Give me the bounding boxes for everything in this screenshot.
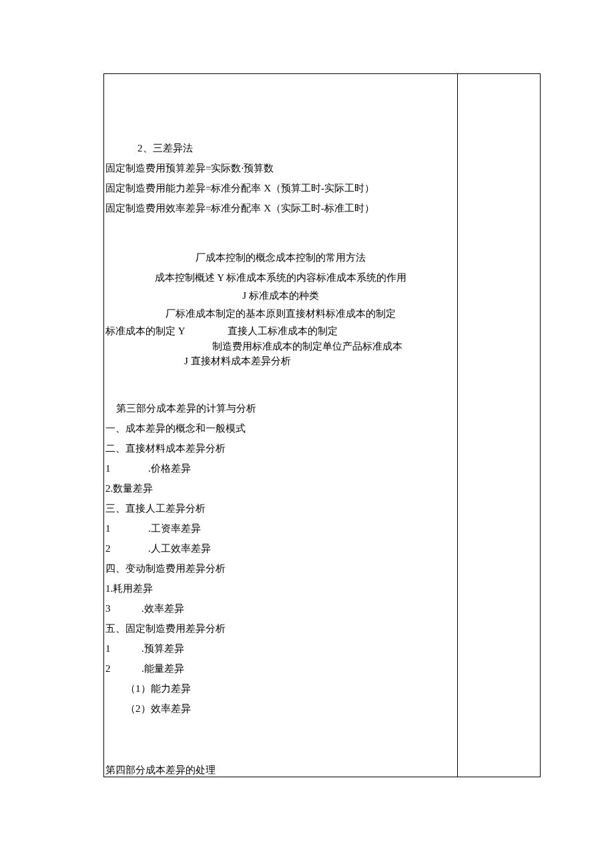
text-line: J 直接材料成本差异分析 [105,354,456,369]
document-page: 2、三差异法 固定制造费用预算差异=实际数·预算数 固定制造费用能力差异=标准分… [0,0,614,868]
text-line: 制造费用标准成本的制定单位产品标准成本 [105,339,456,354]
text-line: 五、固定制造费用差异分析 [105,618,456,638]
text-line: （1）能力差异 [105,679,456,699]
text-line: 成本控制概述 Y 标准成本系统的内容标准成本系统的作用 [105,268,456,288]
text-line: 固定制造费用预算差异=实际数·预算数 [105,158,456,178]
text-span: .效率差异 [141,603,184,614]
text-line: 厂标准成本制定的基本原则直接材料标准成本的制定 [105,304,456,324]
section-title: 第四部分成本差异的处理 [105,760,456,780]
text-line: 固定制造费用能力差异=标准分配率 X（预算工时-实际工时） [105,178,456,198]
text-line: 2.人工效率差异 [105,538,456,558]
text-line: 一、成本差异的概念和一般模式 [105,418,456,438]
list-number: 2 [105,659,141,679]
text-line: （2）效率差异 [105,699,456,719]
section-title: 第三部分成本差异的计算与分析 [105,398,456,418]
text-line: 四、变动制造费用差异分析 [105,558,456,578]
text-line: 二、直接材料成本差异分析 [105,438,456,458]
text-line: 1.价格差异 [105,458,456,478]
text-line: 标准成本的制定 Y 直接人工标准成本的制定 [105,324,456,339]
text-line: 2、三差异法 [105,138,456,158]
text-line: 固定制造费用效率差异=标准分配率 X（实际工时-标准工时） [105,198,456,218]
text-span: 直接人工标准成本的制定 [228,326,338,336]
text-span: .工资率差异 [148,523,201,534]
text-span: 标准成本的制定 Y [105,326,185,336]
list-number: 1 [105,458,148,478]
text-line: 1.工资率差异 [105,518,456,538]
text-span: .人工效率差异 [148,543,211,554]
side-cell [458,74,540,777]
section-four: 第四部分成本差异的处理 [105,760,456,780]
table-frame: 2、三差异法 固定制造费用预算差异=实际数·预算数 固定制造费用能力差异=标准分… [103,73,541,777]
text-line: 1.耗用差异 [105,578,456,598]
text-span: .能量差异 [141,663,184,674]
main-cell: 2、三差异法 固定制造费用预算差异=实际数·预算数 固定制造费用能力差异=标准分… [104,74,458,777]
text-line: 3.效率差异 [105,598,456,618]
section-top: 2、三差异法 固定制造费用预算差异=实际数·预算数 固定制造费用能力差异=标准分… [105,138,456,218]
text-line: 2.能量差异 [105,659,456,679]
section-middle: 厂成本控制的概念成本控制的常用方法 成本控制概述 Y 标准成本系统的内容标准成本… [105,248,456,369]
text-line: 厂成本控制的概念成本控制的常用方法 [105,248,456,268]
text-span: .预算差异 [141,643,184,654]
text-line: 1.预算差异 [105,638,456,659]
list-number: 2 [105,538,148,558]
list-number: 1 [105,518,148,538]
text-span: .价格差异 [148,463,191,474]
list-number: 1 [105,638,141,659]
section-three: 第三部分成本差异的计算与分析 一、成本差异的概念和一般模式 二、直接材料成本差异… [105,398,456,719]
list-number: 3 [105,598,141,618]
text-line: 2.数量差异 [105,478,456,498]
text-line: 三、直接人工差异分析 [105,498,456,518]
text-line: J 标准成本的种类 [105,288,456,304]
